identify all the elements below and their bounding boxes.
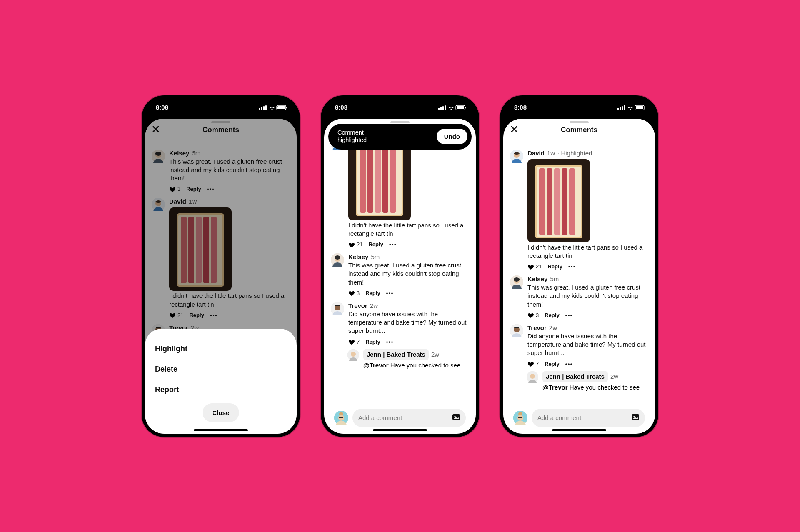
comment-item[interactable]: I didn't have the little tart pans so I … — [324, 137, 476, 250]
more-icon[interactable]: ••• — [386, 339, 394, 345]
app-screen: Comments David 1w · Highlighted I didn't… — [503, 119, 655, 434]
sheet-item-report[interactable]: Report — [155, 380, 287, 400]
more-icon[interactable]: ••• — [565, 312, 573, 318]
avatar[interactable] — [510, 275, 523, 289]
reply-button[interactable]: Reply — [365, 339, 380, 345]
comment-input[interactable]: Add a comment — [352, 409, 466, 427]
comments-header: Comments — [503, 119, 655, 142]
comment-image[interactable] — [348, 137, 411, 220]
comment-item[interactable]: Trevor2w Did anyone have issues with the… — [503, 320, 655, 369]
highlighted-badge: · Highlighted — [558, 150, 592, 157]
sheet-grabber[interactable] — [390, 121, 410, 123]
image-upload-icon[interactable] — [452, 414, 460, 422]
like-count: 3 — [357, 290, 360, 296]
status-indicators — [438, 104, 468, 111]
status-time: 8:08 — [514, 104, 527, 111]
comment-text: Did anyone have issues with the temperat… — [528, 332, 648, 357]
status-indicators — [618, 104, 647, 111]
phone-screen-2: 8:08 I didn't have the little tart pans … — [321, 95, 479, 437]
sheet-item-delete[interactable]: Delete — [155, 359, 287, 380]
like-button[interactable]: 7 — [528, 361, 539, 367]
avatar[interactable] — [510, 324, 523, 337]
app-screen: Comments Kelsey5m This was great. I used… — [145, 119, 297, 434]
sheet-item-highlight[interactable]: Highlight — [155, 339, 287, 359]
like-button[interactable]: 3 — [348, 290, 360, 296]
like-button[interactable]: 21 — [528, 263, 542, 270]
comment-text: I didn't have the little tart pans so I … — [528, 243, 648, 260]
comment-author[interactable]: David — [528, 150, 545, 157]
status-bar: 8:08 — [321, 95, 479, 116]
action-sheet: Highlight Delete Report Close — [145, 329, 297, 434]
comment-reply-item[interactable]: Jenn | Baked Treats2w @Trevor Have you c… — [348, 349, 469, 370]
comment-time: 2w — [549, 324, 557, 331]
home-indicator[interactable] — [194, 429, 248, 431]
comment-time: 5m — [550, 275, 559, 282]
comment-item[interactable]: David 1w · Highlighted I didn't have the… — [503, 145, 655, 272]
like-count: 7 — [357, 339, 360, 345]
phone-screen-3: 8:08 Comments David 1w · Highlighted I d… — [500, 95, 658, 437]
header-title: Comments — [561, 126, 598, 134]
comment-input[interactable]: Add a comment — [532, 409, 645, 427]
more-icon[interactable]: ••• — [565, 361, 573, 367]
reply-mention[interactable]: @Trevor — [363, 362, 388, 369]
comments-list[interactable]: David 1w · Highlighted I didn't have the… — [503, 142, 655, 434]
comment-item[interactable]: Kelsey5m This was great. I used a gluten… — [324, 249, 476, 298]
comment-item[interactable]: Kelsey5m This was great. I used a gluten… — [503, 271, 655, 320]
reply-author[interactable]: Jenn | Baked Treats — [363, 349, 429, 360]
comment-author[interactable]: Trevor — [348, 302, 368, 309]
comment-text: This was great. I used a gluten free cru… — [348, 261, 469, 287]
reply-text: Have you checked to see — [388, 362, 460, 369]
like-count: 3 — [536, 312, 539, 318]
more-icon[interactable]: ••• — [389, 241, 397, 247]
comment-item[interactable]: Trevor2w Did anyone have issues with the… — [324, 298, 476, 347]
sheet-close-button[interactable]: Close — [202, 403, 240, 422]
input-placeholder: Add a comment — [538, 414, 581, 421]
reply-mention[interactable]: @Trevor — [542, 384, 568, 391]
status-bar: 8:08 — [500, 95, 658, 116]
comment-input-bar: Add a comment — [507, 409, 652, 427]
comment-author[interactable]: Trevor — [528, 324, 547, 331]
comment-author[interactable]: Kelsey — [528, 275, 548, 282]
reply-button[interactable]: Reply — [545, 312, 559, 318]
reply-time: 2w — [610, 373, 618, 380]
like-count: 21 — [536, 263, 542, 270]
avatar[interactable] — [334, 411, 348, 425]
avatar[interactable] — [331, 302, 344, 315]
reply-button[interactable]: Reply — [545, 361, 559, 367]
comments-list[interactable]: I didn't have the little tart pans so I … — [324, 119, 476, 420]
close-icon[interactable] — [510, 125, 520, 135]
like-button[interactable]: 21 — [348, 241, 362, 247]
reply-time: 2w — [431, 351, 439, 358]
like-button[interactable]: 7 — [348, 339, 360, 345]
comment-image[interactable] — [528, 159, 590, 242]
status-indicators — [259, 104, 288, 111]
phone-screen-1: 8:08 Comments Kelsey5m This was great. I… — [142, 95, 300, 437]
comment-time: 1w — [547, 150, 555, 157]
reply-author[interactable]: Jenn | Baked Treats — [542, 371, 608, 382]
avatar[interactable] — [510, 150, 523, 163]
comment-text: I didn't have the little tart pans so I … — [348, 221, 469, 238]
reply-button[interactable]: Reply — [548, 263, 562, 270]
reply-text: Have you checked to see — [568, 384, 640, 391]
reply-button[interactable]: Reply — [368, 241, 383, 247]
home-indicator[interactable] — [552, 429, 606, 431]
avatar[interactable] — [527, 371, 538, 383]
comment-reply-item[interactable]: Jenn | Baked Treats2w @Trevor Have you c… — [527, 371, 648, 392]
like-button[interactable]: 3 — [528, 312, 539, 318]
avatar[interactable] — [348, 349, 359, 361]
comment-text: Did anyone have issues with the temperat… — [348, 310, 469, 335]
comment-text: This was great. I used a gluten free cru… — [528, 283, 648, 309]
comment-author[interactable]: Kelsey — [348, 253, 368, 260]
more-icon[interactable]: ••• — [568, 263, 576, 270]
more-icon[interactable]: ••• — [386, 290, 394, 296]
input-placeholder: Add a comment — [358, 414, 402, 421]
comment-time: 2w — [370, 302, 378, 309]
like-count: 7 — [536, 361, 539, 367]
reply-button[interactable]: Reply — [365, 290, 380, 296]
home-indicator[interactable] — [373, 429, 427, 431]
avatar[interactable] — [513, 411, 528, 425]
image-upload-icon[interactable] — [632, 414, 639, 422]
avatar[interactable] — [331, 253, 344, 267]
comment-input-bar: Add a comment — [328, 409, 472, 427]
undo-button[interactable]: Undo — [437, 129, 468, 144]
